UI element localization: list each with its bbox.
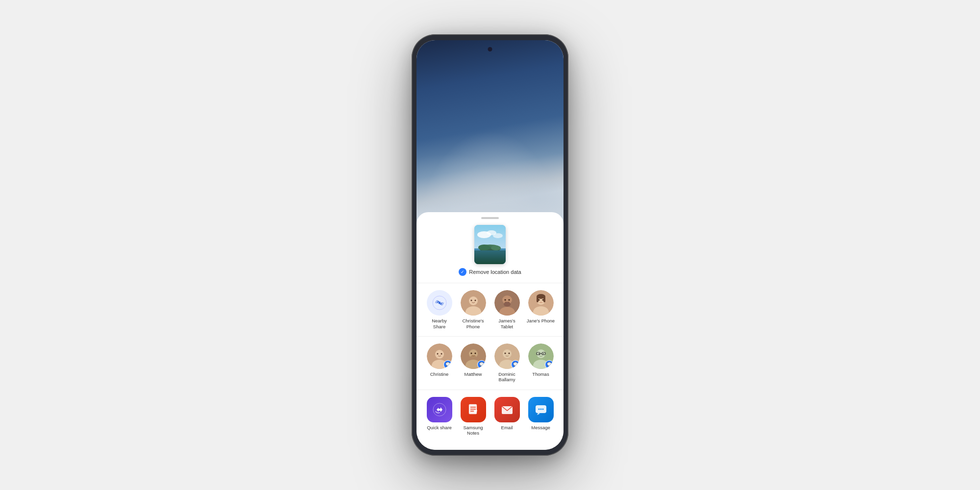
christines-phone-avatar [461, 290, 486, 316]
email-label: Email [501, 425, 513, 430]
janes-phone-item[interactable]: Jane's Phone [527, 290, 555, 329]
janes-phone-label: Jane's Phone [527, 318, 555, 323]
preview-image [474, 225, 506, 264]
svg-rect-4 [474, 248, 506, 264]
divider-3 [416, 390, 564, 390]
svg-point-64 [542, 408, 543, 410]
message-badge: 💬 [477, 360, 486, 369]
james-tablet-label: James'sTablet [498, 318, 515, 329]
quick-share-row: Nearby Share [416, 286, 564, 333]
quick-share-icon [427, 397, 452, 422]
nearby-share-icon [427, 290, 452, 316]
matthew-contact-item[interactable]: 💬 Matthew [459, 343, 488, 383]
svg-point-63 [540, 408, 541, 410]
divider-1 [416, 283, 564, 283]
svg-point-28 [542, 299, 543, 301]
svg-point-18 [504, 299, 506, 301]
message-item[interactable]: Message [527, 397, 555, 436]
thomas-avatar: 💬 [528, 343, 554, 369]
message-contacts-row: 💬 Christine [416, 340, 564, 387]
front-camera [488, 47, 492, 51]
svg-point-41 [503, 349, 512, 358]
phone-screen: ✓ Remove location data [416, 40, 564, 450]
phone-device: ✓ Remove location data [412, 34, 568, 456]
svg-point-38 [470, 352, 472, 354]
christines-phone-item[interactable]: Christine'sPhone [459, 290, 488, 329]
samsung-notes-label: SamsungNotes [463, 425, 483, 436]
christine-label: Christine [430, 371, 449, 377]
thomas-label: Thomas [532, 371, 549, 377]
message-label: Message [531, 425, 550, 430]
svg-rect-25 [537, 296, 539, 302]
matthew-avatar: 💬 [461, 343, 486, 369]
svg-point-51 [539, 353, 539, 354]
christines-phone-label: Christine'sPhone [462, 318, 484, 329]
svg-point-13 [470, 300, 472, 301]
dominic-avatar: 💬 [494, 343, 520, 369]
matthew-label: Matthew [465, 371, 482, 377]
remove-location-label: Remove location data [469, 269, 521, 275]
nearby-share-label: Nearby Share [425, 318, 454, 329]
james-tablet-item[interactable]: James'sTablet [493, 290, 521, 329]
svg-point-43 [504, 352, 506, 354]
svg-point-20 [504, 302, 511, 307]
james-tablet-avatar [494, 290, 520, 316]
preview-container: ✓ Remove location data [416, 219, 564, 280]
svg-point-9 [438, 302, 441, 304]
thomas-contact-item[interactable]: 💬 Thomas [527, 343, 555, 383]
nearby-share-item[interactable]: Nearby Share [425, 290, 454, 329]
svg-point-30 [435, 350, 444, 359]
email-item[interactable]: Email [493, 397, 521, 436]
check-icon: ✓ [459, 268, 466, 276]
samsung-notes-icon [461, 397, 486, 422]
svg-point-27 [538, 299, 539, 301]
svg-point-3 [493, 233, 503, 238]
svg-point-33 [441, 353, 442, 354]
svg-point-37 [470, 355, 476, 358]
phone-frame: ✓ Remove location data [412, 34, 568, 456]
svg-point-32 [437, 353, 438, 354]
svg-point-52 [543, 353, 544, 354]
share-sheet: ✓ Remove location data [416, 212, 564, 450]
remove-location-row[interactable]: ✓ Remove location data [459, 268, 521, 276]
svg-point-11 [469, 296, 478, 305]
quick-share-label: Quick share [427, 425, 452, 430]
svg-point-44 [508, 352, 510, 354]
message-badge: 💬 [545, 360, 554, 369]
svg-point-6 [478, 245, 490, 250]
christine-avatar: 💬 [427, 343, 452, 369]
email-icon [494, 397, 520, 422]
christine-contact-item[interactable]: 💬 Christine [425, 343, 454, 383]
dominic-label: DominicBallamy [498, 371, 515, 383]
message-icon [528, 397, 554, 422]
svg-point-7 [491, 245, 501, 250]
janes-phone-avatar [528, 290, 554, 316]
svg-point-39 [474, 352, 476, 354]
quick-share-item[interactable]: Quick share [425, 397, 454, 436]
dominic-contact-item[interactable]: 💬 DominicBallamy [493, 343, 521, 383]
samsung-notes-item[interactable]: SamsungNotes [459, 397, 488, 436]
message-badge: 💬 [443, 360, 452, 369]
app-row: Quick share [416, 393, 564, 440]
svg-rect-26 [543, 296, 545, 302]
svg-point-62 [538, 408, 539, 410]
svg-point-19 [508, 299, 510, 301]
divider-2 [416, 336, 564, 337]
svg-point-14 [474, 300, 476, 301]
message-badge: 💬 [511, 360, 520, 369]
